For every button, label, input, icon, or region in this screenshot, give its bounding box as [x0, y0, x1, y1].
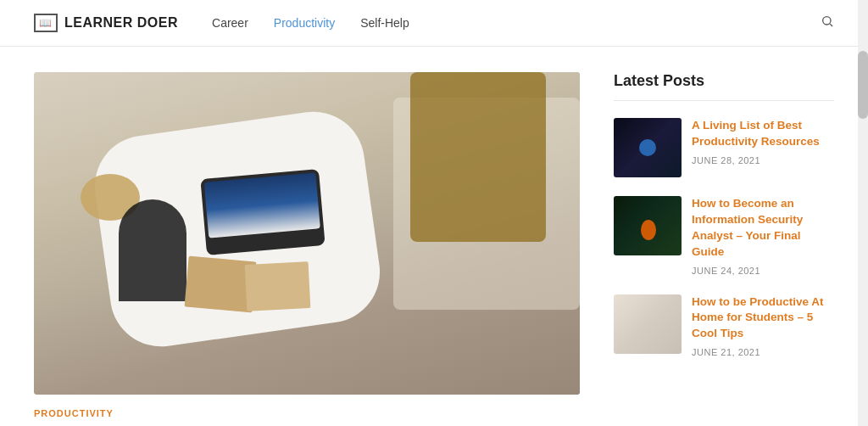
hero-image-inner: [34, 72, 580, 395]
post-date-1: JUNE 28, 2021: [692, 155, 834, 165]
post-item-3[interactable]: How to be Productive At Home for Student…: [614, 294, 834, 358]
book2-decoration: [245, 261, 311, 311]
nav-item-career[interactable]: Career: [212, 16, 248, 30]
site-logo[interactable]: 📖 LEARNER DOER: [34, 14, 178, 32]
coffee-table-decoration: [410, 72, 546, 242]
post-thumb-2: [614, 196, 682, 255]
post-thumb-image-2: [614, 196, 682, 255]
page-container: PRODUCTIVITY Latest Posts A Living List …: [0, 47, 868, 426]
post-thumb-image-3: [614, 294, 682, 354]
laptop-decoration: [200, 169, 325, 255]
search-button[interactable]: [821, 14, 834, 31]
post-info-2: How to Become an Information Security An…: [692, 196, 834, 276]
post-title-2[interactable]: How to Become an Information Security An…: [692, 196, 834, 261]
laptop-screen: [204, 172, 320, 238]
scrollbar[interactable]: [858, 0, 868, 426]
nav-item-productivity[interactable]: Productivity: [274, 16, 335, 30]
post-item-1[interactable]: A Living List of Best Productivity Resou…: [614, 118, 834, 177]
site-header: 📖 LEARNER DOER Career Productivity Self-…: [0, 0, 868, 47]
post-date-2: JUNE 24, 2021: [692, 266, 834, 276]
post-thumb-image-1: [614, 118, 682, 177]
post-title-1[interactable]: A Living List of Best Productivity Resou…: [692, 118, 834, 150]
nav-item-selfhelp[interactable]: Self-Help: [360, 16, 409, 30]
post-info-3: How to be Productive At Home for Student…: [692, 294, 834, 358]
category-tag[interactable]: PRODUCTIVITY: [34, 408, 114, 418]
sidebar: Latest Posts A Living List of Best Produ…: [614, 72, 834, 420]
svg-point-0: [823, 17, 831, 25]
main-nav: Career Productivity Self-Help: [212, 16, 821, 30]
post-thumb-3: [614, 294, 682, 354]
logo-text: LEARNER DOER: [64, 15, 178, 31]
person-decoration: [119, 199, 186, 301]
post-thumb-1: [614, 118, 682, 177]
post-date-3: JUNE 21, 2021: [692, 347, 834, 357]
scrollbar-thumb[interactable]: [858, 51, 868, 119]
hero-section: PRODUCTIVITY: [34, 72, 580, 420]
logo-icon: 📖: [34, 14, 58, 32]
post-info-1: A Living List of Best Productivity Resou…: [692, 118, 834, 177]
post-title-3[interactable]: How to be Productive At Home for Student…: [692, 294, 834, 343]
sidebar-title: Latest Posts: [614, 72, 834, 101]
hero-image: [34, 72, 580, 395]
svg-line-1: [830, 24, 832, 26]
post-item-2[interactable]: How to Become an Information Security An…: [614, 196, 834, 276]
